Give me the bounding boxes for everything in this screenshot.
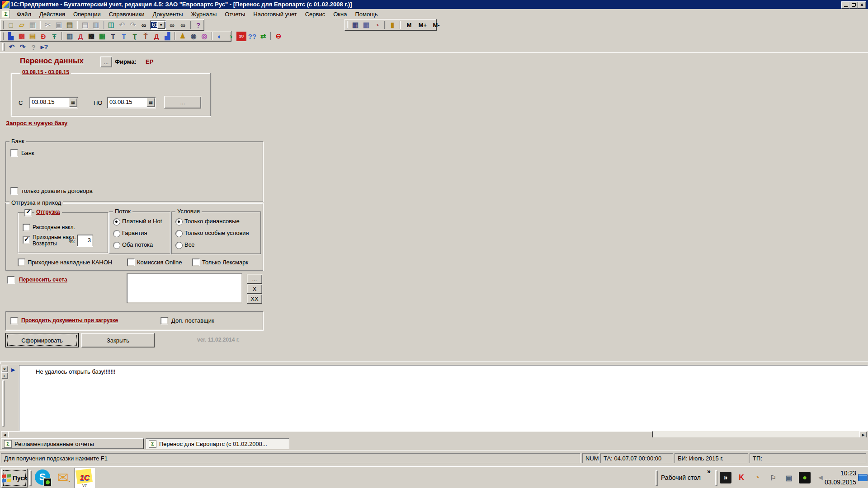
terms-all-radio[interactable] xyxy=(175,242,183,249)
table-document-icon[interactable]: ◔ xyxy=(372,20,382,30)
cd-course-icon[interactable]: ◎ xyxy=(199,32,209,41)
shipment-checkbox-label[interactable]: Отгрузка xyxy=(34,209,62,215)
post-documents-checkbox[interactable] xyxy=(10,317,18,324)
commission-online-checkbox[interactable] xyxy=(127,258,135,266)
menu-references[interactable]: Справочники xyxy=(105,10,149,19)
find-next-icon[interactable]: ∞ xyxy=(167,20,177,30)
income-invoices-checkbox[interactable] xyxy=(23,236,30,244)
card-file-icon[interactable]: ▤ xyxy=(28,32,38,41)
tab-transfer-europarts[interactable]: Σ Перенос для Европартс (с 01.02.2008... xyxy=(146,438,289,449)
redo-operation-icon[interactable]: ↷ xyxy=(18,42,28,52)
memory-plus-button[interactable]: M+ xyxy=(417,20,429,29)
kanon-invoices-checkbox[interactable] xyxy=(18,258,25,266)
transfer-accounts-label[interactable]: Переносить счета xyxy=(19,277,67,283)
help-icon[interactable]: ? xyxy=(193,20,203,30)
date-from-field[interactable]: 03.08.15 ▦ xyxy=(29,97,78,108)
web-catalog-icon[interactable]: ◑ xyxy=(226,32,236,41)
help-contents-icon[interactable]: ▙ xyxy=(6,32,16,41)
toolbar-grip[interactable] xyxy=(347,21,348,29)
undo-icon[interactable]: ↶ xyxy=(117,20,127,30)
message-float-button[interactable]: ▸ xyxy=(1,372,8,379)
accounts-pick-button[interactable]: ... xyxy=(247,274,262,284)
lexmark-only-checkbox[interactable] xyxy=(192,258,200,266)
expense-invoices-checkbox[interactable] xyxy=(23,224,30,231)
turnover-date-icon[interactable]: Ť xyxy=(141,32,151,41)
terms-financial-radio[interactable] xyxy=(175,218,183,225)
message-pane-grip[interactable] xyxy=(2,380,5,427)
accounts-listbox[interactable] xyxy=(127,273,242,303)
guide-cube-icon[interactable]: ▩ xyxy=(17,32,27,41)
transfer-accounts-checkbox[interactable] xyxy=(7,276,15,284)
message-list[interactable]: Не удалось открыть базу!!!!!!! xyxy=(19,365,868,431)
exit-session-icon[interactable]: ◫ xyxy=(106,20,116,30)
report-document-icon[interactable]: Д xyxy=(151,32,161,41)
menu-help[interactable]: Помощь xyxy=(351,10,382,19)
flow-paid-hot-label[interactable]: Платный и Hot xyxy=(122,218,162,225)
flow-paid-hot-radio[interactable] xyxy=(113,218,120,225)
formula-calculator-icon[interactable]: ▦ xyxy=(361,20,371,30)
terms-special-label[interactable]: Только особые условия xyxy=(184,230,249,236)
post-documents-label[interactable]: Проводить документы при загрузке xyxy=(21,317,118,324)
status-bi[interactable]: БИ: Июль 2015 г. xyxy=(675,453,748,463)
desktop-chevron-button[interactable]: » xyxy=(707,468,711,475)
kanon-invoices-label[interactable]: Приходные накладные КАНОН xyxy=(28,259,112,266)
extra-supplier-checkbox[interactable] xyxy=(160,317,168,324)
expense-invoices-label[interactable]: Расходные накл. xyxy=(33,224,75,230)
tree-icon[interactable]: Ŧ xyxy=(49,32,59,41)
skype-launcher[interactable]: S xyxy=(33,468,52,487)
paste-icon[interactable]: ▤ xyxy=(65,20,75,30)
date-to-field[interactable]: 03.08.15 ▦ xyxy=(107,97,156,108)
outlook-launcher[interactable]: ✉ ◔ xyxy=(53,468,72,487)
turnover-list-icon[interactable]: Ţ xyxy=(130,32,140,41)
turnover-icon[interactable]: T xyxy=(108,32,118,41)
taskbar-grip[interactable] xyxy=(29,470,32,486)
generate-button[interactable]: Сформировать xyxy=(5,333,79,347)
bank-checkbox[interactable] xyxy=(10,149,18,157)
turnover-plus-icon[interactable]: T xyxy=(119,32,129,41)
data-exchange-icon[interactable]: ⇄ xyxy=(258,32,268,41)
tab-regulated-reports[interactable]: Σ Регламентированные отчеты xyxy=(1,438,144,449)
calendar-icon[interactable]: 20 xyxy=(236,32,246,41)
start-button[interactable]: Пуск xyxy=(1,469,28,488)
menu-operations[interactable]: Операции xyxy=(69,10,105,19)
print-icon[interactable]: ▤ xyxy=(80,20,90,30)
help-topic-icon[interactable]: ? xyxy=(28,42,38,52)
firm-pick-button[interactable]: ... xyxy=(100,56,112,67)
flow-both-label[interactable]: Оба потока xyxy=(122,241,153,248)
onec-launcher[interactable]: 1С V7 xyxy=(74,468,95,488)
taskbar-grip[interactable] xyxy=(656,470,658,486)
menu-file[interactable]: Файл xyxy=(13,10,35,19)
flow-both-radio[interactable] xyxy=(113,242,120,249)
menu-service[interactable]: Сервис xyxy=(301,10,330,19)
extra-supplier-label[interactable]: Доп. поставщик xyxy=(171,317,214,324)
operation-journal-icon[interactable]: Д xyxy=(75,32,85,41)
internet-icon[interactable]: ◐ xyxy=(215,32,225,41)
show-desktop-icon[interactable] xyxy=(858,474,868,481)
bank-checkbox-label[interactable]: Банк xyxy=(21,150,34,156)
find-icon[interactable]: ∞ xyxy=(139,20,149,30)
video-course-icon[interactable]: ◉ xyxy=(189,32,198,41)
copy-icon[interactable]: ▣ xyxy=(54,20,64,30)
toolbar-grip[interactable] xyxy=(3,32,4,40)
toolbar-grip[interactable] xyxy=(3,21,4,29)
terms-special-radio[interactable] xyxy=(175,230,183,237)
search-combobox[interactable]: 6146 ▼ xyxy=(150,20,166,30)
period-range-link[interactable]: 03.08.15 - 03.08.15 xyxy=(20,69,71,75)
menu-reports[interactable]: Отчеты xyxy=(221,10,249,19)
assistant-icon[interactable]: ♟ xyxy=(178,32,188,41)
menu-journals[interactable]: Журналы xyxy=(187,10,221,19)
combobox-dropdown-icon[interactable]: ▼ xyxy=(157,21,165,29)
volume-mixer-icon[interactable]: » xyxy=(720,472,731,483)
toolbar-grip[interactable] xyxy=(2,43,5,51)
shipment-checkbox[interactable] xyxy=(24,209,32,216)
status-tp[interactable]: ТП: xyxy=(750,453,866,463)
stop-icon[interactable]: ⊖ xyxy=(274,32,283,41)
menu-tax-accounting[interactable]: Налоговый учет xyxy=(249,10,301,19)
accounts-remove-all-button[interactable]: XX xyxy=(247,294,262,304)
minimize-button[interactable] xyxy=(841,1,850,9)
calculator-icon[interactable]: ▦ xyxy=(350,20,360,30)
calendar-icon[interactable]: ▦ xyxy=(69,98,77,107)
undo-operation-icon[interactable]: ↶ xyxy=(7,42,17,52)
open-icon[interactable]: ▱ xyxy=(17,20,27,30)
restore-button[interactable] xyxy=(849,1,858,9)
